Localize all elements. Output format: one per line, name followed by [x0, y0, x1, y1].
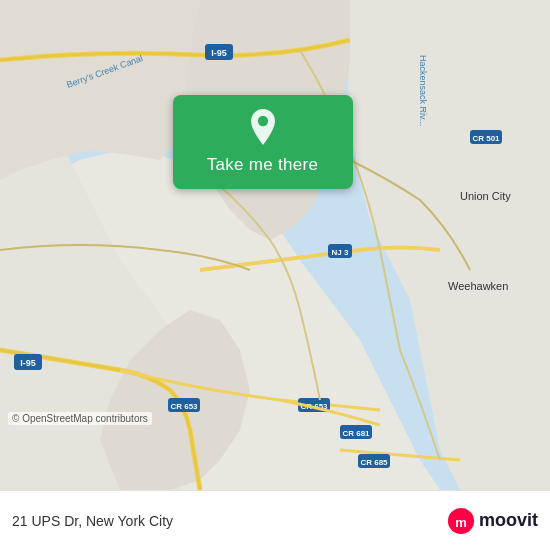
take-me-there-label: Take me there	[207, 155, 319, 175]
svg-text:CR 653: CR 653	[170, 402, 198, 411]
svg-text:Weehawken: Weehawken	[448, 280, 508, 292]
svg-point-27	[257, 116, 267, 126]
moovit-logo: m moovit	[447, 507, 538, 535]
svg-text:CR 685: CR 685	[360, 458, 388, 467]
moovit-icon: m	[447, 507, 475, 535]
svg-text:m: m	[455, 514, 467, 529]
address-text: 21 UPS Dr, New York City	[12, 513, 173, 529]
svg-text:NJ 3: NJ 3	[332, 248, 349, 257]
svg-text:Hackensack Riv...: Hackensack Riv...	[418, 55, 428, 126]
bottom-bar: 21 UPS Dr, New York City m moovit	[0, 490, 550, 550]
location-pin-icon	[245, 109, 281, 145]
svg-text:CR 681: CR 681	[342, 429, 370, 438]
take-me-there-button[interactable]: Take me there	[173, 95, 353, 189]
svg-text:I-95: I-95	[20, 358, 36, 368]
map-container: I-95 NJ 3 I-95 CR 653 CR 653 CR 681 CR 6…	[0, 0, 550, 490]
svg-text:CR 501: CR 501	[472, 134, 500, 143]
svg-text:Union City: Union City	[460, 190, 511, 202]
button-overlay: Take me there	[155, 95, 370, 189]
moovit-name: moovit	[479, 510, 538, 531]
svg-text:I-95: I-95	[211, 48, 227, 58]
osm-attribution: © OpenStreetMap contributors	[8, 412, 152, 425]
